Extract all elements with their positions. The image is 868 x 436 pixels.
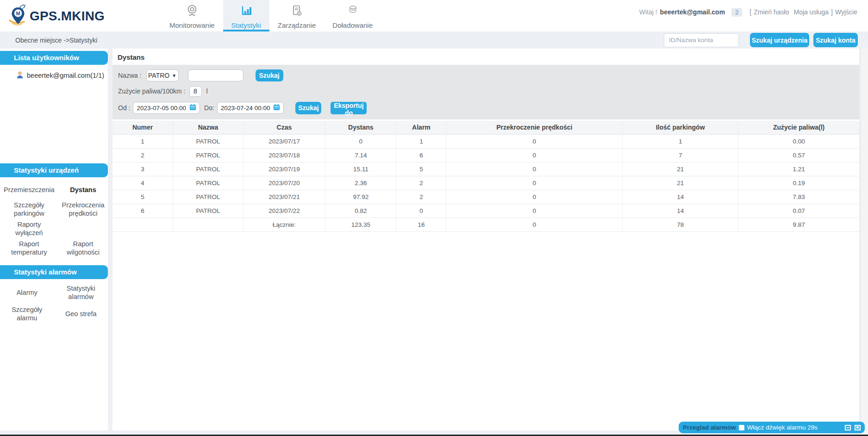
change-password-link[interactable]: Zmień hasło <box>754 8 789 16</box>
column-header: Czas <box>243 121 325 134</box>
calendar-icon <box>186 104 196 112</box>
alarm-bar-controls <box>845 425 861 430</box>
sidebar-item-alarmy[interactable]: Alarmy <box>0 282 54 303</box>
tab-label: Doładowanie <box>332 21 373 29</box>
calendar-icon <box>270 104 280 112</box>
gps-pin-logo-icon: M <box>7 4 29 29</box>
table-row: 1PATROL2023/07/1701010.00 <box>112 134 859 148</box>
table-header-row: Numer Nazwa Czas Dystans Alarm Przekrocz… <box>112 121 859 134</box>
table-row: 4PATROL2023/07/202.3620210.19 <box>112 176 859 190</box>
svg-text:M: M <box>16 11 20 16</box>
sidebar-item-szczegoly-alarmu[interactable]: Szczegóły alarmu <box>0 303 54 324</box>
date-search-button[interactable]: Szukaj <box>295 102 321 114</box>
alarm-sound-label: Włącz dźwięk alarmu 29s <box>747 424 818 431</box>
chevron-down-icon: ▼ <box>172 73 176 78</box>
alarm-review-bar: Przeglad alarmów Włącz dźwięk alarmu 29s <box>679 422 865 433</box>
table-row: 3PATROL2023/07/1915.1150211.21 <box>112 162 859 176</box>
webcam-icon <box>185 4 199 19</box>
to-label: Do: <box>204 104 214 112</box>
breadcrumb-bar: Obecne miejsce ->Statystyki Szukaj urząd… <box>0 31 868 49</box>
to-date-value: 2023-07-24 00:00 <box>221 105 270 112</box>
bar-chart-icon <box>239 4 253 19</box>
sidebar-item-statystyki-alarmow[interactable]: Statystyki alarmów <box>54 282 108 303</box>
table-row: 2PATROL2023/07/187.146070.57 <box>112 148 859 162</box>
main-panel: Dystans Nazwa : PATRO ▼ Szukaj Zużycie p… <box>112 49 859 430</box>
user-email: beeertek@gmail.com <box>660 8 725 16</box>
alarm-bar-title: Przeglad alarmów <box>683 424 736 431</box>
name-filter-input[interactable] <box>188 69 244 81</box>
bracket-open: [ <box>749 8 751 16</box>
sidebar-item-dystans[interactable]: Dystans <box>58 180 108 199</box>
sidebar-item-geo-strefa[interactable]: Geo strefa <box>54 303 108 324</box>
sidebar-item-empty <box>58 219 108 238</box>
app-logo: M GPS.MKING <box>7 4 105 29</box>
greeting-text: Witaj ! <box>639 8 657 16</box>
sidebar-item-raport-wilgotnosci[interactable]: Raport wilgotności <box>58 238 108 258</box>
fuel-unit-label: l <box>206 87 208 95</box>
device-stats-menu: Przemieszczenia Dystans Szczegóły parkin… <box>0 177 108 261</box>
column-header: Alarm <box>396 121 446 134</box>
sidebar-item-szczegoly-parkingow[interactable]: Szczegóły parkingów <box>0 199 58 219</box>
tab-monitorowanie[interactable]: Monitorowanie <box>161 0 223 31</box>
table-row: 5PATROL2023/07/2197.9220147.83 <box>112 190 859 204</box>
alarm-sound-checkbox[interactable] <box>739 425 744 430</box>
message-count-badge[interactable]: 2 <box>731 8 742 17</box>
top-header: M GPS.MKING Monitorowanie <box>0 0 868 31</box>
from-date-input[interactable]: 2023-07-05 00:00 <box>133 102 200 114</box>
name-search-button[interactable]: Szukaj <box>256 69 283 81</box>
user-bar: Witaj ! beeertek@gmail.com 2 [ Zmień has… <box>639 0 860 24</box>
top-search-group: Szukaj urządzenia Szukaj konta <box>664 33 858 47</box>
column-header: Numer <box>112 121 173 134</box>
to-date-input[interactable]: 2023-07-24 00:00 <box>217 102 284 114</box>
breadcrumb: Obecne miejsce ->Statystyki <box>15 37 97 44</box>
table-row: 6PATROL2023/07/220.8200140.07 <box>112 204 859 218</box>
alarm-stats-menu: Alarmy Statystyki alarmów Szczegóły alar… <box>0 279 108 327</box>
column-header: Dystans <box>325 121 396 134</box>
from-date-value: 2023-07-05 00:00 <box>137 105 186 112</box>
column-header: Przekroczenie prędkości <box>446 121 623 134</box>
users-list-header: Lista użytkowników <box>0 51 108 65</box>
minimize-icon[interactable] <box>845 425 851 430</box>
sidebar-item-raporty-wylaczen[interactable]: Raporty wyłączeń <box>0 219 58 238</box>
app-window: M GPS.MKING Monitorowanie <box>0 0 868 436</box>
sidebar-item-raport-temperatury[interactable]: Raport temperatury <box>0 238 58 258</box>
bracket-close: ] <box>831 8 833 16</box>
sidebar-user-label: beeertek@gmail.com(1/1) <box>27 72 104 79</box>
logout-link[interactable]: Wyjście <box>835 8 857 16</box>
coins-icon <box>346 4 360 19</box>
device-stats-header: Statystyki urządzeń <box>0 163 108 177</box>
totals-row: Łącznie:123.35160789.87 <box>112 218 859 231</box>
tab-doladowanie[interactable]: Doładowanie <box>324 0 381 31</box>
person-icon <box>16 71 24 81</box>
logo-text: GPS.MKING <box>30 9 105 24</box>
my-service-link[interactable]: Moja usługa <box>794 8 829 16</box>
account-search-input[interactable] <box>664 33 739 47</box>
sidebar-item-przemieszczenia[interactable]: Przemieszczenia <box>0 180 58 199</box>
restore-icon[interactable] <box>855 425 861 430</box>
search-device-button[interactable]: Szukaj urządzenia <box>750 33 809 47</box>
name-select[interactable]: PATRO ▼ <box>146 69 179 81</box>
name-label: Nazwa : <box>118 72 142 79</box>
distance-table: Numer Nazwa Czas Dystans Alarm Przekrocz… <box>112 121 859 232</box>
document-gear-icon <box>290 4 304 19</box>
sidebar-user-item[interactable]: beeertek@gmail.com(1/1) <box>0 69 108 81</box>
alarm-stats-header: Statystyki alarmów <box>0 265 108 279</box>
export-button[interactable]: Eksportuj do <box>331 102 367 114</box>
sidebar-item-przekroczenia-predkosci[interactable]: Przekroczenia prędkości <box>58 199 108 219</box>
column-header: Zużycie paliwa(l) <box>738 121 859 134</box>
tab-zarzadzanie[interactable]: Zarządzanie <box>269 0 325 31</box>
column-header: Nazwa <box>173 121 244 134</box>
tab-label: Monitorowanie <box>169 21 215 29</box>
filter-panel: Nazwa : PATRO ▼ Szukaj Zużycie paliwa/10… <box>112 65 859 119</box>
from-label: Od : <box>118 104 130 112</box>
main-nav: Monitorowanie Statystyki <box>161 0 381 31</box>
sidebar: Lista użytkowników beeertek@gmail.com(1/… <box>0 49 108 430</box>
search-account-button[interactable]: Szukaj konta <box>813 33 858 47</box>
vertical-scrollbar[interactable] <box>860 49 868 434</box>
fuel-consumption-input[interactable] <box>189 86 202 97</box>
tab-label: Zarządzanie <box>278 21 316 29</box>
fuel-label: Zużycie paliwa/100km : <box>118 87 186 95</box>
name-select-value: PATRO <box>148 72 169 79</box>
tab-label: Statystyki <box>231 21 261 29</box>
tab-statystyki[interactable]: Statystyki <box>223 0 269 31</box>
